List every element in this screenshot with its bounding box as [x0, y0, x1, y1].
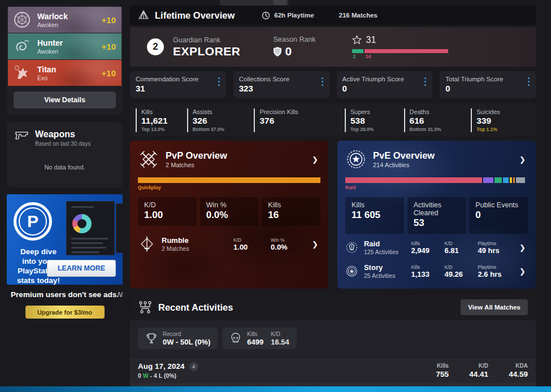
- weapons-card: Weapons Based on last 30 days No data fo…: [7, 122, 123, 188]
- chevron-right-icon[interactable]: ❯: [310, 153, 320, 166]
- pve-row-kills: Kills 2,949: [411, 241, 445, 255]
- lifetime-overview-header: Lifetime Overview 62h Playtime 216 Match…: [130, 6, 536, 25]
- stat-label: Assists: [193, 108, 254, 115]
- nitropay-icon: N: [118, 290, 123, 299]
- stat-precision-kills: Precision Kills 376: [254, 108, 345, 132]
- chip-kills-label: Kills: [247, 331, 263, 337]
- page-title: Lifetime Overview: [155, 10, 235, 21]
- chevron-right-icon[interactable]: ❯: [517, 265, 528, 278]
- pvp-row-winpct: Win % 0.0%: [271, 237, 296, 251]
- trophy-icon: [145, 332, 158, 345]
- lifetime-overview-icon: [138, 10, 149, 21]
- recent-activities-panel: Recent Activities View All Matches Recor…: [130, 294, 536, 391]
- character-race: Exo: [37, 75, 56, 81]
- pvp-title: PvP Overview: [166, 150, 227, 161]
- score-card-value: 0: [342, 84, 427, 93]
- character-name: Warlock: [37, 12, 68, 21]
- stat-value: 53: [414, 217, 460, 229]
- pve-overview-card: PvE Overview 214 Activities ❯: [337, 141, 536, 289]
- lifetime-stats-strip: Kills 11,621 Top 13.0% Assists 326 Botto…: [130, 103, 536, 136]
- collapsed-header-segment[interactable]: [273, 0, 287, 5]
- pve-mode-bar: [345, 177, 528, 183]
- season-progress-earned-label: 2: [353, 54, 356, 59]
- guardian-rank-label: Guardian Rank: [173, 36, 241, 44]
- col-value: 49.26: [445, 270, 478, 278]
- menu-dots-icon[interactable]: [424, 77, 426, 86]
- col-value: 1.00: [233, 243, 258, 251]
- menu-dots-icon[interactable]: [322, 77, 323, 86]
- day-record-prefix: 0: [138, 372, 143, 379]
- pve-row-raid[interactable]: Raid 125 Activities Kills 2,949 K/D 6.81: [345, 237, 528, 258]
- hunter-emblem-icon: [12, 37, 32, 56]
- chevron-right-icon[interactable]: ❯: [517, 153, 528, 166]
- pve-row-scored[interactable]: Scored... 20 Activities Kills 4,669 K/D …: [345, 285, 528, 289]
- playstation-ad[interactable]: P Deep dive into your PlayStation stats …: [7, 194, 123, 285]
- stat-deaths: Deaths 616 Bottom 31.0%: [404, 108, 471, 132]
- pvp-overview-card: PvP Overview 2 Matches ❯ Quickplay K/D 1…: [130, 141, 328, 289]
- pve-row-kd: K/D 50.75: [445, 288, 478, 289]
- upgrade-button[interactable]: Upgrade for $3/mo: [25, 306, 105, 319]
- pve-row-name: Story: [364, 263, 411, 272]
- pve-bar-segment: [483, 177, 493, 183]
- chip-kills-value: 6499: [247, 338, 263, 346]
- day-col-kd: K/D 44.41: [462, 363, 488, 378]
- pve-subtitle: 214 Activities: [373, 162, 435, 168]
- stat-percentile: Bottom 37.0%: [193, 127, 254, 132]
- clock-icon: [262, 11, 270, 20]
- pve-bar-label: Raid: [345, 185, 528, 190]
- stat-value: 616: [410, 116, 471, 126]
- season-level-value: 31: [366, 35, 376, 45]
- chevron-right-icon[interactable]: ❯: [310, 238, 320, 251]
- score-card-value: 0: [445, 84, 530, 93]
- stat-value: 0: [475, 210, 522, 221]
- pve-bar-segment: [513, 177, 515, 183]
- chevron-right-icon[interactable]: ❯: [517, 289, 528, 289]
- scored-activity-icon: [345, 287, 358, 289]
- stat-label: Kills: [352, 201, 398, 209]
- rumble-icon: [138, 235, 156, 253]
- col-label: K/D: [445, 288, 478, 289]
- character-row-titan[interactable]: Titan Exo +10: [8, 60, 122, 86]
- record-value: 0W - 50L (0%): [163, 338, 210, 346]
- col-label: Playtime: [478, 241, 515, 246]
- season-rank-value: 0: [285, 45, 292, 58]
- weapons-title: Weapons: [35, 129, 90, 140]
- pvp-bar-label: Quickplay: [138, 185, 320, 190]
- view-all-matches-button[interactable]: View All Matches: [461, 299, 528, 315]
- character-name: Titan: [37, 65, 56, 74]
- view-details-button[interactable]: View Details: [14, 92, 116, 108]
- character-panel: Warlock Awoken +10 Hunter Awoken +10: [7, 6, 123, 115]
- pve-row-story[interactable]: Story 25 Activities Kills 1,133 K/D 49.2…: [345, 261, 528, 281]
- stat-value: 1.00: [144, 210, 190, 221]
- ad-logo-icon: P: [14, 202, 52, 241]
- day-col-kda: KDA 44.59: [502, 363, 528, 378]
- day-match-count-badge: 4: [189, 362, 198, 371]
- pve-stat-public-events: Public Events 0: [469, 197, 528, 234]
- score-cards-row: Commendation Score 31 Collections Score …: [130, 71, 536, 98]
- pvp-row-rumble[interactable]: Rumble 2 Matches K/D 1.00 Win % 0.0%: [138, 234, 320, 254]
- premium-note: Premium users don't see ads. N: [7, 290, 123, 299]
- menu-dots-icon[interactable]: [218, 77, 220, 86]
- chevron-right-icon[interactable]: ❯: [517, 241, 528, 254]
- matches-meta: 216 Matches: [339, 12, 378, 19]
- pvp-stat-kd: K/D 1.00: [138, 197, 197, 226]
- pve-row-kd: K/D 6.81: [445, 241, 478, 255]
- score-card-active-triumph: Active Triumph Score 0: [337, 71, 433, 98]
- activity-day-row[interactable]: Aug 17, 2024 4 0 W - 4 L (0%) Kills 755 …: [130, 357, 536, 383]
- pvp-subtitle: 2 Matches: [166, 162, 227, 168]
- weapons-empty-state: No data found.: [15, 147, 115, 184]
- pistol-icon: [15, 129, 29, 142]
- col-value: 2,949: [411, 246, 445, 255]
- score-card-label: Collections Score: [239, 76, 324, 82]
- raid-icon: [345, 239, 358, 255]
- day-record-win-letter: W: [143, 372, 149, 379]
- col-value: 44.59: [502, 370, 528, 378]
- pve-bar-segment: [503, 177, 509, 183]
- character-row-warlock[interactable]: Warlock Awoken +10: [8, 7, 122, 33]
- matches-value: 216 Matches: [339, 12, 378, 19]
- character-row-hunter[interactable]: Hunter Awoken +10: [8, 33, 122, 59]
- score-card-label: Active Triumph Score: [342, 76, 427, 82]
- menu-dots-icon[interactable]: [528, 77, 530, 86]
- warlock-emblem-icon: [12, 10, 32, 29]
- learn-more-button[interactable]: LEARN MORE: [47, 260, 116, 277]
